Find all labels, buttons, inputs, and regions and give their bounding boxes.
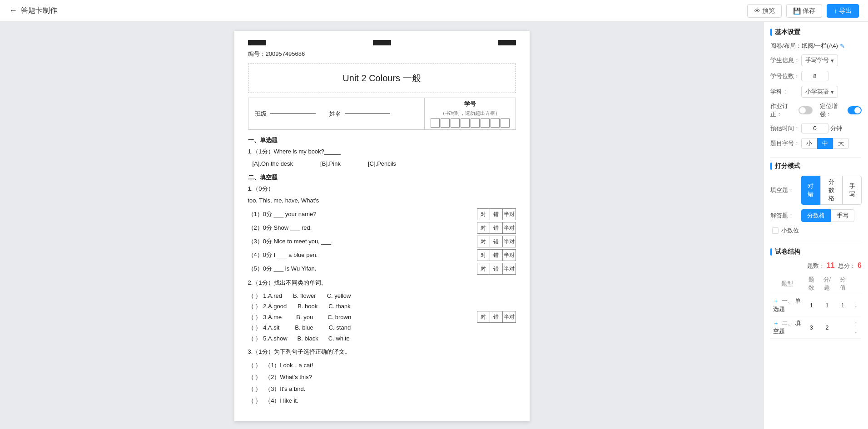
estimated-time-row: 预估时间： 分钟: [770, 123, 862, 133]
id-box-1: [431, 118, 440, 128]
fill-sub-1: （1）0分 ___ your name? 对 错 半对: [248, 208, 516, 220]
id-boxes: [431, 118, 510, 128]
struct-stats: 题数： 11 总分： 6: [770, 261, 862, 270]
font-size-small[interactable]: 小: [801, 138, 817, 149]
expand-icon-1[interactable]: ＋: [773, 297, 779, 304]
table-row: ＋ 一、 单选题 1 1 1 ↓: [770, 294, 862, 316]
id-box-2: [441, 118, 450, 128]
blue-bar-3: [770, 248, 772, 256]
scoring-mode-section: 打分模式 填空题： 对错 分数格 手写 解答题： 分数格 手写 小数位: [770, 162, 862, 235]
decimal-checkbox[interactable]: [772, 227, 779, 234]
score-cell-q2: 对 错 半对: [477, 311, 516, 323]
font-size-large[interactable]: 大: [833, 138, 849, 149]
paper-title: Unit 2 Colours 一般: [248, 64, 516, 93]
col-count: 题数: [804, 274, 819, 294]
preview-button[interactable]: 👁 预览: [747, 4, 782, 18]
struct-table: 题型 题数 分/题 分值 ＋ 一、 单选题 1: [770, 274, 862, 339]
basic-settings-section: 基本设置 阅卷/布局： 纸阅/一栏(A4) ✎ 学生信息： 手写学号 ▾ 学号位…: [770, 28, 862, 149]
divider-2: [770, 243, 862, 243]
col-type: 题型: [770, 274, 804, 294]
save-button[interactable]: 💾 保存: [786, 4, 822, 18]
class-underline: [270, 113, 316, 114]
fill-scoring-group: 对错 分数格 手写: [801, 176, 862, 205]
fill-sub-5: （5）0分 ___ is Wu Yifan. 对 错 半对: [248, 263, 516, 275]
layout-row: 阅卷/布局： 纸阅/一栏(A4) ✎: [770, 42, 862, 50]
eye-icon: 👁: [754, 7, 760, 15]
subject-row: 学科： 小学英语 ▾: [770, 86, 862, 98]
font-size-row: 题目字号： 小 中 大: [770, 138, 862, 149]
paper-info-box: 班级 姓名 学号 （书写时，请勿超出方框）: [248, 98, 516, 130]
q1-options: [A].On the desk [B].Pink [C].Pencils: [253, 159, 516, 169]
score-cell-4: 对 错 半对: [477, 249, 516, 261]
id-box-6: [481, 118, 490, 128]
answer-scoring-fraction[interactable]: 分数格: [801, 209, 831, 222]
score-cell-5: 对 错 半对: [477, 263, 516, 275]
font-size-group: 小 中 大: [801, 138, 849, 149]
correction-positioning-row: 作业订正： 定位增强：: [770, 102, 862, 118]
back-button[interactable]: ←: [9, 6, 17, 15]
col-per: 分/题: [819, 274, 835, 294]
fill-scoring-row: 填空题： 对错 分数格 手写: [770, 176, 862, 205]
mark-center: [373, 40, 391, 45]
row2-up-btn[interactable]: ↑: [854, 320, 858, 327]
fill-q3-choices: （ ）（1）Look，a cat! （ ）（2）What's this? （ ）…: [248, 360, 516, 407]
info-left: 班级 姓名: [248, 98, 425, 129]
fill-q3-title: 3.（1分）为下列句子选择正确的译文。: [248, 347, 516, 357]
blue-bar-1: [770, 29, 772, 36]
layout-edit-icon[interactable]: ✎: [840, 43, 845, 49]
student-info-select[interactable]: 手写学号 ▾: [801, 54, 838, 66]
answer-scoring-row: 解答题： 分数格 手写: [770, 209, 862, 222]
id-digits-row: 学号位数：: [770, 71, 862, 81]
blue-bar-2: [770, 163, 772, 170]
fill-scoring-handwrite[interactable]: 手写: [843, 176, 862, 205]
row1-down-btn[interactable]: ↓: [854, 301, 858, 309]
page-title: 答题卡制作: [21, 6, 57, 15]
correction-toggle[interactable]: [799, 106, 813, 114]
id-digits-input[interactable]: [801, 71, 828, 81]
id-box-4: [461, 118, 470, 128]
answer-scoring-handwrite[interactable]: 手写: [831, 209, 854, 222]
answer-scoring-group: 分数格 手写: [801, 209, 854, 222]
section-1-title: 一、单选题: [248, 136, 516, 144]
section-2-title: 二、填空题: [248, 173, 516, 182]
chevron-down-icon-2: ▾: [831, 89, 834, 95]
expand-icon-2[interactable]: ＋: [773, 320, 779, 326]
fill-sub-3: （3）0分 Nice to meet you, ___. 对 错 半对: [248, 236, 516, 247]
mark-left: [248, 40, 266, 45]
font-size-medium[interactable]: 中: [817, 138, 833, 149]
scoring-mode-title: 打分模式: [770, 162, 862, 170]
right-panel: 基本设置 阅卷/布局： 纸阅/一栏(A4) ✎ 学生信息： 手写学号 ▾ 学号位…: [764, 22, 868, 429]
info-right: 学号 （书写时，请勿超出方框）: [425, 98, 516, 129]
score-cell-1: 对 错 半对: [477, 208, 516, 220]
score-cell-2: 对 错 半对: [477, 222, 516, 234]
export-icon: ↑: [834, 7, 837, 15]
fill-q1-words: too, This, me, have, What's: [248, 196, 516, 206]
positioning-toggle[interactable]: [848, 106, 862, 114]
col-action: [850, 274, 862, 294]
class-field: 班级: [255, 110, 316, 118]
student-info-row: 学生信息： 手写学号 ▾: [770, 54, 862, 66]
name-underline: [345, 113, 390, 114]
row2-down-btn[interactable]: ↓: [854, 327, 858, 335]
col-total: 分值: [835, 274, 850, 294]
name-field: 姓名: [329, 110, 390, 118]
export-button[interactable]: ↑ 导出: [827, 4, 859, 18]
total-score-label: 总分： 6: [838, 261, 862, 270]
estimated-time-input[interactable]: [801, 123, 828, 133]
canvas-area: 编号：200957495686 Unit 2 Colours 一般 班级 姓名: [0, 22, 764, 429]
q1: 1.（1分）Where is my book?_____: [248, 147, 516, 157]
fill-sub-2: （2）0分 Show ___ red. 对 错 半对: [248, 222, 516, 234]
subject-select[interactable]: 小学英语 ▾: [801, 86, 838, 98]
fill-scoring-fraction[interactable]: 分数格: [820, 176, 843, 205]
mark-right: [498, 40, 516, 45]
chevron-down-icon: ▾: [831, 57, 834, 64]
fill-sub-4: （4）0分 I ___ a blue pen. 对 错 半对: [248, 249, 516, 261]
id-box-5: [471, 118, 480, 128]
paper: 编号：200957495686 Unit 2 Colours 一般 班级 姓名: [234, 31, 530, 421]
id-box-3: [451, 118, 460, 128]
score-cell-3: 对 错 半对: [477, 236, 516, 247]
exam-structure-section: 试卷结构 题数： 11 总分： 6 题型 题数 分/题: [770, 248, 862, 339]
exam-structure-title: 试卷结构: [770, 248, 862, 256]
fill-scoring-correct[interactable]: 对错: [801, 176, 820, 205]
save-icon: 💾: [793, 7, 801, 15]
